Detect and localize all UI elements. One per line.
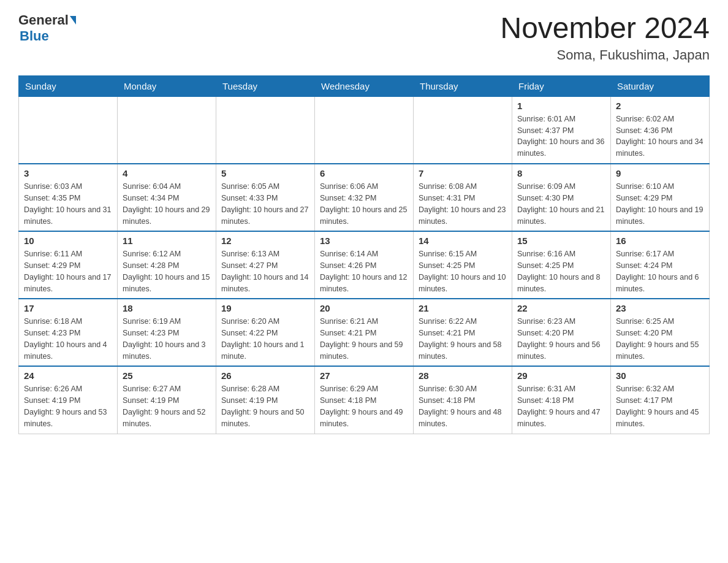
- logo-triangle-icon: [70, 16, 76, 25]
- day-number: 17: [24, 303, 112, 313]
- calendar-cell: 24Sunrise: 6:26 AM Sunset: 4:19 PM Dayli…: [19, 366, 118, 434]
- calendar-cell: 26Sunrise: 6:28 AM Sunset: 4:19 PM Dayli…: [216, 366, 315, 434]
- day-info: Sunrise: 6:09 AM Sunset: 4:30 PM Dayligh…: [517, 181, 605, 227]
- day-number: 7: [419, 168, 507, 178]
- calendar-week-row: 1Sunrise: 6:01 AM Sunset: 4:37 PM Daylig…: [19, 96, 710, 164]
- day-number: 9: [616, 168, 704, 178]
- title-section: November 2024 Soma, Fukushima, Japan: [500, 12, 710, 63]
- calendar-cell: 27Sunrise: 6:29 AM Sunset: 4:18 PM Dayli…: [315, 366, 414, 434]
- day-info: Sunrise: 6:19 AM Sunset: 4:23 PM Dayligh…: [123, 316, 211, 362]
- logo-blue: Blue: [20, 28, 76, 44]
- day-info: Sunrise: 6:11 AM Sunset: 4:29 PM Dayligh…: [24, 248, 112, 294]
- day-number: 27: [320, 370, 408, 381]
- day-info: Sunrise: 6:25 AM Sunset: 4:20 PM Dayligh…: [616, 316, 704, 362]
- calendar-table: SundayMondayTuesdayWednesdayThursdayFrid…: [18, 75, 710, 434]
- calendar-cell: 16Sunrise: 6:17 AM Sunset: 4:24 PM Dayli…: [611, 231, 710, 299]
- day-number: 15: [517, 236, 605, 246]
- day-number: 19: [221, 303, 309, 313]
- day-info: Sunrise: 6:02 AM Sunset: 4:36 PM Dayligh…: [616, 113, 704, 159]
- calendar-cell: 5Sunrise: 6:05 AM Sunset: 4:33 PM Daylig…: [216, 164, 315, 231]
- day-info: Sunrise: 6:01 AM Sunset: 4:37 PM Dayligh…: [517, 113, 605, 159]
- calendar-cell: 25Sunrise: 6:27 AM Sunset: 4:19 PM Dayli…: [118, 366, 216, 434]
- day-number: 13: [320, 236, 408, 246]
- calendar-cell: 11Sunrise: 6:12 AM Sunset: 4:28 PM Dayli…: [118, 231, 216, 299]
- calendar-cell: [19, 96, 118, 164]
- calendar-title: November 2024: [500, 12, 710, 45]
- calendar-cell: 6Sunrise: 6:06 AM Sunset: 4:32 PM Daylig…: [315, 164, 414, 231]
- day-info: Sunrise: 6:03 AM Sunset: 4:35 PM Dayligh…: [24, 181, 112, 227]
- logo-general: General: [18, 12, 69, 28]
- day-info: Sunrise: 6:23 AM Sunset: 4:20 PM Dayligh…: [517, 316, 605, 362]
- day-info: Sunrise: 6:31 AM Sunset: 4:18 PM Dayligh…: [517, 383, 605, 429]
- calendar-cell: 28Sunrise: 6:30 AM Sunset: 4:18 PM Dayli…: [414, 366, 512, 434]
- day-info: Sunrise: 6:13 AM Sunset: 4:27 PM Dayligh…: [221, 248, 309, 294]
- column-header-friday: Friday: [512, 75, 611, 96]
- day-number: 22: [517, 303, 605, 313]
- calendar-cell: 21Sunrise: 6:22 AM Sunset: 4:21 PM Dayli…: [414, 299, 512, 366]
- day-number: 16: [616, 236, 704, 246]
- calendar-week-row: 24Sunrise: 6:26 AM Sunset: 4:19 PM Dayli…: [19, 366, 710, 434]
- calendar-cell: 3Sunrise: 6:03 AM Sunset: 4:35 PM Daylig…: [19, 164, 118, 231]
- day-number: 29: [517, 370, 605, 381]
- page-header: General Blue November 2024 Soma, Fukushi…: [18, 12, 710, 63]
- day-info: Sunrise: 6:10 AM Sunset: 4:29 PM Dayligh…: [616, 181, 704, 227]
- day-number: 1: [517, 101, 605, 111]
- day-info: Sunrise: 6:17 AM Sunset: 4:24 PM Dayligh…: [616, 248, 704, 294]
- day-number: 8: [517, 168, 605, 178]
- day-info: Sunrise: 6:21 AM Sunset: 4:21 PM Dayligh…: [320, 316, 408, 362]
- day-info: Sunrise: 6:20 AM Sunset: 4:22 PM Dayligh…: [221, 316, 309, 362]
- day-number: 28: [419, 370, 507, 381]
- calendar-subtitle: Soma, Fukushima, Japan: [500, 47, 710, 63]
- column-header-saturday: Saturday: [611, 75, 710, 96]
- day-number: 21: [419, 303, 507, 313]
- calendar-cell: 13Sunrise: 6:14 AM Sunset: 4:26 PM Dayli…: [315, 231, 414, 299]
- day-number: 5: [221, 168, 309, 178]
- day-number: 23: [616, 303, 704, 313]
- day-number: 20: [320, 303, 408, 313]
- day-number: 12: [221, 236, 309, 246]
- day-number: 24: [24, 370, 112, 381]
- calendar-cell: [118, 96, 216, 164]
- day-info: Sunrise: 6:32 AM Sunset: 4:17 PM Dayligh…: [616, 383, 704, 429]
- column-header-monday: Monday: [118, 75, 216, 96]
- calendar-cell: 4Sunrise: 6:04 AM Sunset: 4:34 PM Daylig…: [118, 164, 216, 231]
- day-info: Sunrise: 6:04 AM Sunset: 4:34 PM Dayligh…: [123, 181, 211, 227]
- column-header-wednesday: Wednesday: [315, 75, 414, 96]
- day-number: 10: [24, 236, 112, 246]
- calendar-cell: 10Sunrise: 6:11 AM Sunset: 4:29 PM Dayli…: [19, 231, 118, 299]
- day-info: Sunrise: 6:06 AM Sunset: 4:32 PM Dayligh…: [320, 181, 408, 227]
- day-number: 3: [24, 168, 112, 178]
- day-info: Sunrise: 6:08 AM Sunset: 4:31 PM Dayligh…: [419, 181, 507, 227]
- day-number: 11: [123, 236, 211, 246]
- calendar-cell: 9Sunrise: 6:10 AM Sunset: 4:29 PM Daylig…: [611, 164, 710, 231]
- calendar-cell: [216, 96, 315, 164]
- day-info: Sunrise: 6:15 AM Sunset: 4:25 PM Dayligh…: [419, 248, 507, 294]
- calendar-header-row: SundayMondayTuesdayWednesdayThursdayFrid…: [19, 75, 710, 96]
- calendar-cell: 20Sunrise: 6:21 AM Sunset: 4:21 PM Dayli…: [315, 299, 414, 366]
- day-number: 14: [419, 236, 507, 246]
- calendar-cell: 1Sunrise: 6:01 AM Sunset: 4:37 PM Daylig…: [512, 96, 611, 164]
- calendar-cell: 15Sunrise: 6:16 AM Sunset: 4:25 PM Dayli…: [512, 231, 611, 299]
- day-info: Sunrise: 6:12 AM Sunset: 4:28 PM Dayligh…: [123, 248, 211, 294]
- logo: General Blue: [18, 12, 76, 44]
- calendar-week-row: 3Sunrise: 6:03 AM Sunset: 4:35 PM Daylig…: [19, 164, 710, 231]
- day-number: 2: [616, 101, 704, 111]
- day-info: Sunrise: 6:18 AM Sunset: 4:23 PM Dayligh…: [24, 316, 112, 362]
- day-info: Sunrise: 6:30 AM Sunset: 4:18 PM Dayligh…: [419, 383, 507, 429]
- day-info: Sunrise: 6:05 AM Sunset: 4:33 PM Dayligh…: [221, 181, 309, 227]
- day-number: 25: [123, 370, 211, 381]
- column-header-sunday: Sunday: [19, 75, 118, 96]
- day-info: Sunrise: 6:29 AM Sunset: 4:18 PM Dayligh…: [320, 383, 408, 429]
- day-info: Sunrise: 6:14 AM Sunset: 4:26 PM Dayligh…: [320, 248, 408, 294]
- day-info: Sunrise: 6:22 AM Sunset: 4:21 PM Dayligh…: [419, 316, 507, 362]
- day-number: 26: [221, 370, 309, 381]
- calendar-cell: 29Sunrise: 6:31 AM Sunset: 4:18 PM Dayli…: [512, 366, 611, 434]
- calendar-week-row: 17Sunrise: 6:18 AM Sunset: 4:23 PM Dayli…: [19, 299, 710, 366]
- calendar-week-row: 10Sunrise: 6:11 AM Sunset: 4:29 PM Dayli…: [19, 231, 710, 299]
- day-info: Sunrise: 6:16 AM Sunset: 4:25 PM Dayligh…: [517, 248, 605, 294]
- calendar-cell: 23Sunrise: 6:25 AM Sunset: 4:20 PM Dayli…: [611, 299, 710, 366]
- calendar-cell: 19Sunrise: 6:20 AM Sunset: 4:22 PM Dayli…: [216, 299, 315, 366]
- day-number: 18: [123, 303, 211, 313]
- calendar-cell: 2Sunrise: 6:02 AM Sunset: 4:36 PM Daylig…: [611, 96, 710, 164]
- calendar-cell: 14Sunrise: 6:15 AM Sunset: 4:25 PM Dayli…: [414, 231, 512, 299]
